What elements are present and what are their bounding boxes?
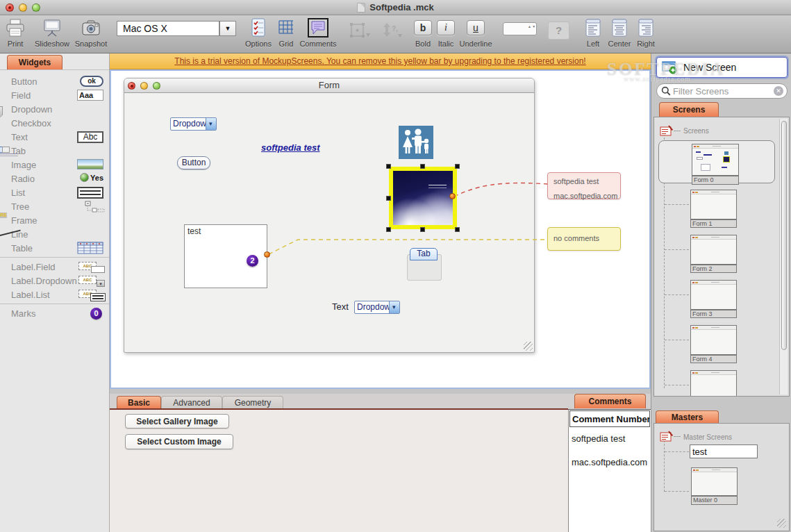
widget-item-marks[interactable]: Marks 0 xyxy=(0,307,109,321)
resize-handle-n[interactable] xyxy=(420,164,425,169)
widget-item-button[interactable]: Button ok xyxy=(0,75,109,89)
widget-item-label-dropdown[interactable]: Label.Dropdown ABC ▾ xyxy=(0,274,109,288)
resize-handle-nw[interactable] xyxy=(386,164,391,169)
radio-widget-icon: Yes xyxy=(80,173,103,182)
clear-filter-icon[interactable]: ✕ xyxy=(774,86,783,96)
printer-icon xyxy=(6,18,25,38)
align-left-icon xyxy=(585,18,601,38)
filter-screens-input[interactable] xyxy=(673,86,774,97)
help-button[interactable]: ? xyxy=(548,22,569,40)
document-icon xyxy=(357,3,365,13)
widget-item-table[interactable]: Table xyxy=(0,242,109,256)
zoom-button[interactable] xyxy=(32,3,40,12)
tab-comments[interactable]: Comments xyxy=(574,394,646,408)
connector-dot-image[interactable] xyxy=(449,193,456,199)
widget-item-tab[interactable]: Tab xyxy=(0,144,109,158)
marks-count-badge: 0 xyxy=(90,308,102,319)
mockup-form-title: Form xyxy=(124,78,534,92)
widget-item-frame[interactable]: Frame xyxy=(0,214,109,228)
mockup-form-titlebar[interactable]: Form xyxy=(124,78,534,93)
comments-balloon-icon xyxy=(308,18,328,38)
master-name-edit-field[interactable] xyxy=(690,444,758,458)
comment-row[interactable]: softpedia test xyxy=(569,433,651,444)
bottom-divider xyxy=(110,389,651,394)
slideshow-button[interactable]: Slideshow xyxy=(32,18,72,48)
canvas-tab-widget[interactable]: Tab xyxy=(410,248,438,260)
screen-item-selected[interactable]: Form 0 xyxy=(658,140,775,183)
scrollbar-thumb[interactable] xyxy=(781,121,787,350)
resize-handle-w[interactable] xyxy=(386,196,391,201)
canvas-dropdown-widget[interactable]: Dropdow xyxy=(170,117,217,131)
slideshow-icon xyxy=(42,18,62,38)
resize-handle-sw[interactable] xyxy=(386,227,391,232)
canvas-family-image-widget[interactable] xyxy=(399,126,433,162)
screen-thumbnail[interactable] xyxy=(690,235,737,265)
trial-banner-text[interactable]: This is a trial version of MockupScreens… xyxy=(174,56,585,66)
screens-tree-panel: Screens Form 0 Form 1 xyxy=(653,117,790,397)
widget-item-checkbox[interactable]: Checkbox xyxy=(0,117,109,131)
panel-resize-grip[interactable] xyxy=(777,519,786,528)
resize-handle-ne[interactable] xyxy=(455,164,460,169)
canvas-selected-image-widget[interactable] xyxy=(389,167,457,229)
widget-item-label-field[interactable]: Label.Field ABC xyxy=(0,260,109,274)
widget-item-text[interactable]: Text Abc xyxy=(0,131,109,144)
canvas-button-widget[interactable]: Button xyxy=(177,156,210,169)
connector-dot-frame[interactable] xyxy=(264,251,270,258)
mark-badge-2[interactable]: 2 xyxy=(247,255,258,267)
new-screen-button[interactable]: New Screen xyxy=(656,57,788,78)
widget-item-label-list[interactable]: Label.List ABC xyxy=(0,288,109,302)
print-button[interactable]: Print xyxy=(0,18,35,48)
widget-item-field[interactable]: Field Aaa xyxy=(0,89,109,103)
main-toolbar: Print Slideshow Snapshot Mac OS X ▼ Opti… xyxy=(0,15,791,53)
filter-screens-field[interactable]: ✕ xyxy=(656,83,788,99)
platform-select-arrow[interactable]: ▼ xyxy=(219,21,236,36)
screens-scrollbar[interactable] xyxy=(779,119,788,394)
underline-button[interactable]: u Underline xyxy=(456,18,496,48)
svg-text:?,: ?, xyxy=(392,25,398,33)
tab-basic[interactable]: Basic xyxy=(117,396,161,409)
comment-note-pink[interactable]: softpedia test mac.softpedia.com xyxy=(547,172,621,199)
align-right-button[interactable]: Right xyxy=(626,18,666,48)
window-titlebar[interactable]: Softpedia .mck xyxy=(0,0,791,15)
widget-item-dropdown[interactable]: Dropdown 1 xyxy=(0,103,109,117)
widget-item-image[interactable]: Image xyxy=(0,158,109,172)
comment-note-empty[interactable]: no comments xyxy=(547,227,621,251)
resize-handle-s[interactable] xyxy=(420,227,425,232)
tab-geometry[interactable]: Geometry xyxy=(222,396,283,409)
screen-thumbnail[interactable] xyxy=(692,144,739,176)
select-gallery-image-button[interactable]: Select Gallery Image xyxy=(125,414,229,429)
mockup-zoom-button[interactable] xyxy=(153,82,160,90)
minimize-button[interactable] xyxy=(19,3,27,12)
master-thumbnail[interactable] xyxy=(691,467,738,496)
tab-masters[interactable]: Masters xyxy=(656,410,719,423)
tab-advanced[interactable]: Advanced xyxy=(161,396,222,409)
screen-thumbnail[interactable] xyxy=(690,190,737,219)
master-label: Master 0 xyxy=(691,496,738,505)
comments-button[interactable]: Comments xyxy=(298,18,338,48)
widget-item-list[interactable]: List xyxy=(0,186,109,200)
resize-handle-se[interactable] xyxy=(455,227,460,232)
screen-thumbnail[interactable] xyxy=(690,280,737,310)
screen-label: Form 3 xyxy=(690,310,737,318)
widget-item-tree[interactable]: Tree xyxy=(0,200,109,214)
platform-select[interactable]: Mac OS X xyxy=(117,21,219,36)
design-canvas[interactable]: Form Dropdow softpedia test Button xyxy=(110,69,651,389)
widget-item-line[interactable]: Line xyxy=(0,228,109,242)
mockup-resize-grip[interactable] xyxy=(524,342,533,351)
canvas-styled-text[interactable]: softpedia test xyxy=(261,142,320,153)
screen-thumbnail[interactable] xyxy=(690,325,737,355)
select-custom-image-button[interactable]: Select Custom Image xyxy=(125,434,233,449)
mockup-minimize-button[interactable] xyxy=(140,82,148,90)
screen-thumbnail[interactable] xyxy=(690,370,737,397)
snapshot-button[interactable]: Snapshot xyxy=(71,18,111,48)
mockup-close-button[interactable] xyxy=(128,82,135,90)
canvas-dropdown-widget-2[interactable]: Dropdow xyxy=(354,301,400,314)
tab-screens[interactable]: Screens xyxy=(659,102,719,117)
font-size-stepper[interactable] xyxy=(503,22,537,35)
mockup-form-window[interactable]: Form Dropdow softpedia test Button xyxy=(124,78,535,353)
canvas-text-label[interactable]: Text xyxy=(332,301,349,312)
close-button[interactable] xyxy=(6,3,14,12)
tab-widgets[interactable]: Widgets xyxy=(7,55,63,69)
comment-row[interactable]: mac.softpedia.com xyxy=(569,457,651,467)
widget-item-radio[interactable]: Radio Yes xyxy=(0,172,109,186)
